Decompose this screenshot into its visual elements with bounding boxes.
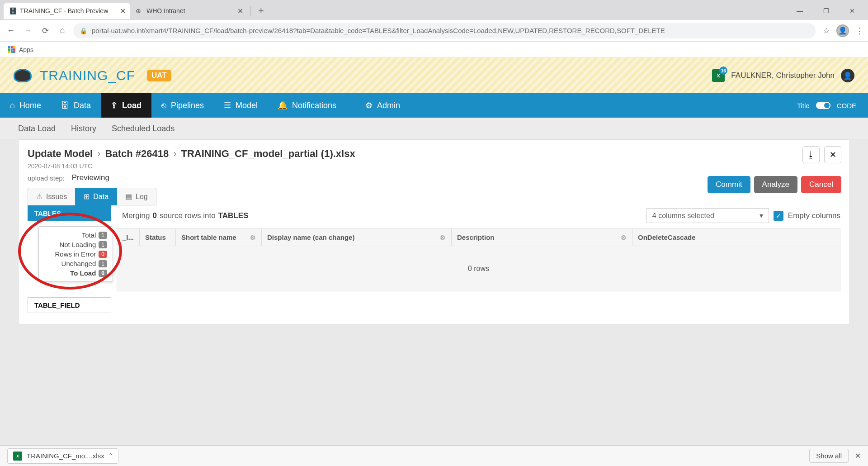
maximize-button[interactable]: ❐ (816, 4, 836, 18)
grid-body: 0 rows (117, 246, 840, 291)
nav-pipelines[interactable]: ⎋Pipelines (151, 93, 214, 118)
timestamp: 2020-07-08 14:03 UTC (28, 162, 840, 170)
popup-unchanged-label: Unchanged (61, 260, 96, 267)
tab-log[interactable]: ▤Log (117, 188, 156, 205)
database-icon: 🗄 (61, 101, 69, 110)
empty-columns-checkbox[interactable]: ✓ (774, 211, 783, 221)
tab-issues[interactable]: ⚠Issues (28, 188, 75, 205)
nav-model[interactable]: ☰Model (214, 93, 268, 118)
upload-step-label: upload step: (28, 174, 65, 182)
nav-notifications[interactable]: 🔔Notifications (268, 93, 346, 118)
title-code-toggle[interactable] (816, 102, 830, 109)
popup-to-load-label: To Load (70, 269, 96, 277)
col-index[interactable]: _I... (117, 229, 140, 246)
excel-badge: 16 (719, 67, 727, 75)
warning-icon: ⚠ (36, 192, 42, 201)
home-icon: ⌂ (10, 101, 15, 110)
popup-rows-error-badge: 0 (99, 251, 107, 258)
apps-icon[interactable] (8, 46, 15, 53)
cancel-button[interactable]: Cancel (801, 176, 841, 193)
crumb-update-model[interactable]: Update Model (28, 148, 93, 160)
col-display-name[interactable]: Display name (can change)⚙ (262, 229, 452, 246)
browser-tab-2[interactable]: ⊕ WHO Intranet ✕ (130, 3, 248, 19)
show-all-button[interactable]: Show all (809, 449, 849, 463)
column-select-dropdown[interactable]: 4 columns selected ▾ (646, 208, 769, 223)
gear-icon[interactable]: ⚙ (250, 234, 256, 241)
chevron-up-icon[interactable]: ˄ (109, 452, 113, 460)
col-description[interactable]: Description⚙ (452, 229, 632, 246)
app-title[interactable]: TRAINING_CF (40, 68, 135, 83)
popup-not-loading-label: Not Loading (59, 241, 96, 248)
chevron-right-icon: › (173, 148, 176, 160)
log-icon: ▤ (125, 192, 132, 201)
minimize-button[interactable]: — (789, 4, 810, 18)
empty-columns-label: Empty columns (788, 211, 840, 220)
col-on-delete-cascade[interactable]: OnDeleteCascade (632, 229, 840, 246)
chevron-down-icon: ▾ (760, 211, 763, 220)
popup-unchanged-badge: 1 (99, 260, 107, 267)
popup-total-label: Total (82, 231, 96, 239)
subnav-data-load[interactable]: Data Load (18, 124, 56, 133)
analyze-button[interactable]: Analyze (754, 176, 797, 193)
env-badge: UAT (147, 70, 171, 81)
side-tables[interactable]: TABLES (28, 205, 111, 221)
col-short-name[interactable]: Short table name⚙ (176, 229, 262, 246)
merging-mid: source rows into (160, 211, 216, 220)
popup-to-load-badge: 0 (99, 270, 107, 277)
nav-admin[interactable]: ⚙Admin (355, 93, 410, 118)
star-icon[interactable]: ☆ (823, 26, 830, 36)
nav-home[interactable]: ⌂Home (0, 93, 51, 118)
lock-icon: 🔒 (80, 27, 87, 34)
reload-button[interactable]: ⟳ (39, 24, 52, 37)
excel-icon[interactable]: x 16 (712, 69, 725, 82)
tab-favicon: 🗄️ (9, 7, 16, 14)
app-banner: TRAINING_CF UAT x 16 FAULKNER, Christoph… (0, 58, 868, 93)
popup-not-loading-badge: 1 (99, 241, 107, 248)
grid-icon: ⊞ (84, 192, 90, 201)
profile-icon[interactable]: 👤 (836, 24, 849, 37)
address-row: ← → ⟳ ⌂ 🔒 portal-uat.who.int/xmart4/TRAI… (0, 20, 868, 42)
col-status[interactable]: Status (140, 229, 176, 246)
more-icon[interactable]: ⋮ (855, 26, 863, 36)
title-label: Title (797, 102, 810, 109)
close-download-bar[interactable]: ✕ (855, 452, 861, 460)
forward-button[interactable]: → (22, 24, 34, 37)
subnav-scheduled-loads[interactable]: Scheduled Loads (112, 124, 175, 133)
tab-data[interactable]: ⊞Data (75, 188, 117, 205)
bookmark-apps-label[interactable]: Apps (19, 46, 33, 53)
pipeline-icon: ⎋ (161, 101, 166, 110)
close-icon[interactable]: ✕ (237, 7, 243, 15)
close-window-button[interactable]: ✕ (842, 4, 863, 18)
breadcrumb: Update Model › Batch #26418 › TRAINING_C… (28, 148, 840, 160)
close-icon[interactable]: ✕ (120, 7, 126, 15)
side-table-field[interactable]: TABLE_FIELD (28, 297, 111, 313)
url-text: portal-uat.who.int/xmart4/TRAINING_CF/lo… (92, 27, 665, 34)
tab-strip: 🗄️ TRAINING_CF - Batch Preview ✕ ⊕ WHO I… (0, 0, 868, 20)
browser-tab-1[interactable]: 🗄️ TRAINING_CF - Batch Preview ✕ (4, 3, 130, 19)
close-panel-button[interactable]: ✕ (824, 146, 841, 163)
download-bar: x TRAINING_CF_mo....xlsx ˄ Show all ✕ (0, 445, 868, 466)
load-summary-popup: Total1 Not Loading1 Rows in Error0 Uncha… (38, 226, 113, 282)
avatar[interactable]: 👤 (841, 69, 854, 82)
nav-data[interactable]: 🗄Data (51, 93, 101, 118)
merging-target: TABLES (218, 211, 249, 220)
back-button[interactable]: ← (5, 24, 17, 37)
gear-icon[interactable]: ⚙ (440, 234, 446, 241)
subnav-history[interactable]: History (71, 124, 96, 133)
download-button[interactable]: ⭳ (802, 146, 820, 163)
grid-header: _I... Status Short table name⚙ Display n… (117, 228, 840, 246)
gear-icon[interactable]: ⚙ (621, 234, 627, 241)
home-button[interactable]: ⌂ (56, 24, 69, 37)
commit-button[interactable]: Commit (708, 176, 750, 193)
app-logo-icon (14, 69, 32, 82)
merging-count: 0 (152, 211, 156, 220)
download-item[interactable]: x TRAINING_CF_mo....xlsx ˄ (7, 448, 118, 464)
bookmark-bar: Apps (0, 42, 868, 58)
download-filename: TRAINING_CF_mo....xlsx (27, 452, 104, 460)
new-tab-button[interactable]: + (254, 5, 269, 17)
crumb-batch[interactable]: Batch #26418 (105, 148, 169, 160)
bell-icon: 🔔 (278, 100, 288, 110)
code-label: CODE (837, 102, 856, 109)
nav-load[interactable]: ⇪Load (101, 93, 151, 118)
address-bar[interactable]: 🔒 portal-uat.who.int/xmart4/TRAINING_CF/… (73, 23, 816, 38)
